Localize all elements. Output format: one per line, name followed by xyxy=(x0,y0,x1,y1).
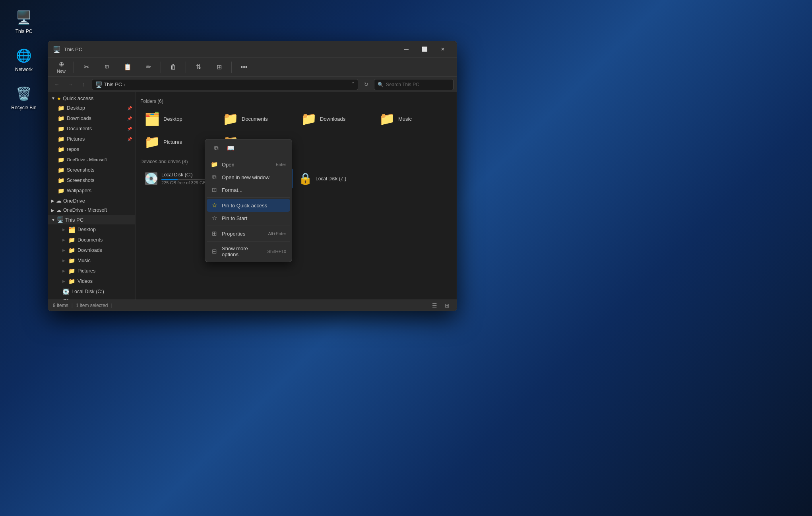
sidebar-item-local-c[interactable]: 💽 Local Disk (C:) xyxy=(48,286,135,297)
ctx-open-book-button[interactable]: 📖 xyxy=(224,143,237,154)
drive-icon: 💽 xyxy=(62,288,69,295)
sidebar-local-c-label: Local Disk (C:) xyxy=(72,289,104,294)
rename-button[interactable]: ✏ xyxy=(138,62,158,72)
new-button[interactable]: ⊕ New xyxy=(51,59,71,75)
status-bar: 9 items | 1 item selected | ☰ ⊞ xyxy=(48,300,457,311)
sidebar-onedrive-ms-label: OneDrive - Microsoft xyxy=(67,157,107,162)
ctx-pin-start-label: Pin to Start xyxy=(222,215,286,221)
folder-desktop[interactable]: 🗂️ Desktop xyxy=(140,108,217,129)
sidebar-item-music[interactable]: ▶ 📁 Music xyxy=(48,255,135,266)
folder-icon: 📁 xyxy=(68,257,75,264)
folder-pictures-label: Pictures xyxy=(163,139,182,145)
sidebar-local-d-label: Local Disk (D:) xyxy=(72,299,104,300)
sidebar-desktop-label: Desktop xyxy=(67,105,85,111)
sidebar-item-downloads[interactable]: 📁 Downloads 📌 xyxy=(48,113,135,124)
toolbar-sep-3 xyxy=(186,62,186,73)
sidebar-item-videos[interactable]: ▶ 📁 Videos xyxy=(48,276,135,286)
sidebar-section-onedrive[interactable]: ▶ ☁ OneDrive xyxy=(48,196,135,205)
ctx-show-more[interactable]: ⊟ Show more options Shift+F10 xyxy=(207,243,290,260)
pin-icon: 📌 xyxy=(127,137,132,141)
toolbar-sep-4 xyxy=(231,62,232,73)
ctx-open-new-window[interactable]: ⧉ Open in new window xyxy=(207,171,290,184)
close-button[interactable]: ✕ xyxy=(434,43,452,56)
ctx-pin-start[interactable]: ☆ Pin to Start xyxy=(207,212,290,224)
up-button[interactable]: ↑ xyxy=(78,79,89,90)
desktop-icon-this-pc[interactable]: 🖥️ This PC xyxy=(8,8,40,34)
folder-downloads[interactable]: 📁 Downloads xyxy=(297,108,374,129)
selected-count: 1 item selected xyxy=(76,303,108,308)
address-path[interactable]: 🖥️ This PC › ˅ xyxy=(92,79,358,90)
folders-section-label: Folders (6) xyxy=(140,99,452,104)
folder-icon: 📁 xyxy=(58,187,64,194)
folder-icon: 📁 xyxy=(68,278,75,284)
new-label: New xyxy=(57,69,66,73)
desktop-icon-recycle-bin[interactable]: 🗑️ Recycle Bin xyxy=(8,84,40,110)
network-icon: 🌐 xyxy=(14,46,33,65)
copy-button[interactable]: ⧉ xyxy=(97,62,117,72)
paste-icon: 📋 xyxy=(124,63,132,71)
ctx-props-shortcut: Alt+Enter xyxy=(268,231,286,236)
ctx-copy-button[interactable]: ⧉ xyxy=(210,143,223,154)
search-box[interactable]: 🔍 Search This PC xyxy=(374,79,453,90)
path-icon: 🖥️ xyxy=(95,81,102,88)
ctx-format-label: Format... xyxy=(222,187,286,193)
path-this-pc: This PC xyxy=(104,81,122,87)
folder-documents[interactable]: 📁 Documents xyxy=(219,108,295,129)
grid-view-button[interactable]: ⊞ xyxy=(442,301,452,310)
sidebar-screenshots2-label: Screenshots xyxy=(67,178,94,183)
sidebar-item-downloads2[interactable]: ▶ 📁 Downloads xyxy=(48,245,135,255)
ctx-open[interactable]: 📁 Open Enter xyxy=(207,158,290,171)
ctx-pin-quick-access[interactable]: ☆ Pin to Quick access xyxy=(207,199,290,212)
folder-icon: 📁 xyxy=(58,146,64,153)
sidebar-item-documents[interactable]: 📁 Documents 📌 xyxy=(48,124,135,134)
sidebar-section-this-pc[interactable]: ▼ 🖥️ This PC xyxy=(48,215,135,224)
cut-button[interactable]: ✂ xyxy=(76,62,96,72)
view-button[interactable]: ⊞ xyxy=(209,62,229,72)
folder-icon: 📁 xyxy=(58,126,64,132)
sidebar-downloads2-label: Downloads xyxy=(78,247,102,253)
toolbar-sep-2 xyxy=(161,62,161,73)
sidebar-item-onedrive-ms[interactable]: 📁 OneDrive - Microsoft xyxy=(48,155,135,165)
ctx-format[interactable]: ⊡ Format... xyxy=(207,184,290,196)
list-view-button[interactable]: ☰ xyxy=(430,301,439,310)
sidebar-item-wallpapers[interactable]: 📁 Wallpapers xyxy=(48,186,135,196)
back-button[interactable]: ← xyxy=(51,79,62,90)
sidebar-downloads-label: Downloads xyxy=(67,116,91,121)
cut-icon: ✂ xyxy=(84,63,89,71)
maximize-button[interactable]: ⬜ xyxy=(415,43,434,56)
more-button[interactable]: ••• xyxy=(234,62,254,72)
desktop-icon-network[interactable]: 🌐 Network xyxy=(8,46,40,72)
refresh-button[interactable]: ↻ xyxy=(360,79,372,90)
context-menu-toolbar: ⧉ 📖 xyxy=(207,141,290,157)
sidebar-item-pictures[interactable]: 📁 Pictures 📌 xyxy=(48,134,135,144)
recycle-bin-label: Recycle Bin xyxy=(11,105,36,110)
sidebar-section-quick-access[interactable]: ▼ ★ Quick access xyxy=(48,94,135,103)
new-icon: ⊕ xyxy=(59,60,64,68)
sort-button[interactable]: ⇅ xyxy=(188,62,208,72)
sidebar-item-pictures2[interactable]: ▶ 📁 Pictures xyxy=(48,266,135,276)
paste-button[interactable]: 📋 xyxy=(118,62,138,72)
sidebar-item-local-d[interactable]: 💾 Local Disk (D:) xyxy=(48,297,135,300)
ctx-sep3 xyxy=(207,241,290,242)
sidebar-item-documents2[interactable]: ▶ 📁 Documents xyxy=(48,235,135,245)
folder-music[interactable]: 📁 Music xyxy=(375,108,452,129)
sidebar-item-screenshots1[interactable]: 📁 Screenshots xyxy=(48,165,135,175)
sidebar-section-onedrive-microsoft[interactable]: ▶ ☁ OneDrive - Microsoft xyxy=(48,205,135,215)
delete-button[interactable]: 🗑 xyxy=(163,62,183,72)
drive-z[interactable]: 🔒 Local Disk (Z:) xyxy=(295,168,370,189)
sidebar-item-repos[interactable]: 📁 repos xyxy=(48,144,135,155)
drive-c-space: 225 GB free of 329 GB xyxy=(161,180,212,185)
this-pc-icon-small: 🖥️ xyxy=(57,216,64,223)
sidebar-item-desktop[interactable]: 📁 Desktop 📌 xyxy=(48,103,135,113)
folder-icon: 📁 xyxy=(58,136,64,142)
drive-c-info: Local Disk (C:) 225 GB free of 329 GB xyxy=(161,172,212,185)
ctx-sep1 xyxy=(207,197,290,198)
ctx-props-label: Properties xyxy=(222,231,264,237)
sidebar-wallpapers-label: Wallpapers xyxy=(67,188,91,193)
forward-button[interactable]: → xyxy=(65,79,76,90)
documents-folder-icon: 📁 xyxy=(223,111,238,126)
sidebar-item-desktop2[interactable]: ▶ 🗂️ Desktop xyxy=(48,224,135,235)
minimize-button[interactable]: — xyxy=(397,43,415,56)
ctx-properties[interactable]: ⊞ Properties Alt+Enter xyxy=(207,227,290,240)
sidebar-item-screenshots2[interactable]: 📁 Screenshots xyxy=(48,175,135,186)
